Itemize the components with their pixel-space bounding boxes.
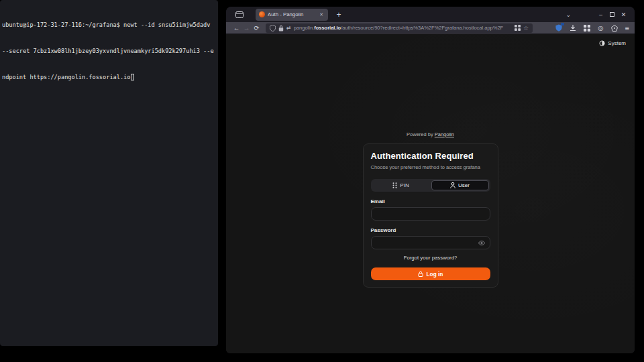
maximize-icon bbox=[610, 12, 614, 17]
forward-button[interactable]: → bbox=[241, 24, 252, 32]
login-button[interactable]: Log in bbox=[371, 267, 490, 280]
powered-by: Powered by Pangolin bbox=[407, 131, 454, 137]
tab-title: Auth - Pangolin bbox=[268, 11, 315, 17]
tab-user-label: User bbox=[458, 182, 470, 188]
downloads-icon[interactable] bbox=[570, 25, 576, 32]
auth-card: Authentication Required Choose your pref… bbox=[363, 143, 498, 288]
tab-list-chevron-icon[interactable]: ⌄ bbox=[566, 11, 571, 18]
lock-icon[interactable] bbox=[278, 25, 284, 32]
window-maximize-button[interactable] bbox=[606, 11, 618, 18]
auth-method-tabs: PIN User bbox=[371, 179, 490, 192]
theme-icon bbox=[599, 40, 605, 46]
permissions-icon[interactable]: ⇄ bbox=[286, 25, 291, 31]
toolbar-extensions-area: ◎ ≡ bbox=[555, 24, 629, 32]
url-domain: fossorial.io bbox=[314, 25, 341, 31]
email-field-wrap bbox=[371, 207, 490, 221]
show-password-eye-icon[interactable] bbox=[478, 241, 485, 245]
record-circle-extension-icon[interactable]: ◎ bbox=[598, 24, 603, 32]
email-label: Email bbox=[371, 198, 490, 204]
new-tab-button[interactable]: + bbox=[333, 10, 344, 19]
bookmark-star-icon[interactable]: ☆ bbox=[523, 25, 529, 32]
browser-window: Auth - Pangolin ✕ + ⌄ – ✕ ← → ⟳ ⇄ pangol… bbox=[226, 7, 635, 353]
url-subdomain: pangolin. bbox=[294, 25, 314, 31]
theme-label: System bbox=[608, 40, 626, 46]
auth-column: Powered by Pangolin Authentication Requi… bbox=[226, 131, 635, 288]
tab-close-icon[interactable]: ✕ bbox=[318, 11, 325, 18]
tab-pin[interactable]: PIN bbox=[372, 180, 430, 190]
back-button[interactable]: ← bbox=[231, 24, 241, 32]
theme-toggle[interactable]: System bbox=[599, 40, 626, 46]
tab-pin-label: PIN bbox=[400, 182, 409, 188]
firefox-view-icon[interactable] bbox=[233, 9, 246, 20]
window-close-button[interactable]: ✕ bbox=[618, 11, 629, 18]
tab-user[interactable]: User bbox=[431, 180, 489, 190]
ublock-origin-icon[interactable] bbox=[555, 24, 562, 32]
card-title: Authentication Required bbox=[371, 151, 490, 161]
user-icon bbox=[450, 182, 455, 188]
addon-extension-icon[interactable] bbox=[611, 25, 618, 32]
card-subtitle: Choose your preferred method to access g… bbox=[371, 164, 490, 170]
terminal-cursor bbox=[131, 74, 134, 80]
url-text[interactable]: pangolin.fossorial.io/auth/resource/90?r… bbox=[294, 25, 512, 31]
page-content: System Powered by Pangolin Authenticatio… bbox=[226, 34, 635, 353]
desktop: ubuntu@ip-172-31-27-116:~/grafana$ newt … bbox=[0, 0, 644, 362]
password-field-wrap bbox=[371, 236, 490, 249]
terminal-line: ndpoint https://pangolin.fossorial.io bbox=[2, 73, 216, 82]
login-button-label: Log in bbox=[427, 271, 443, 278]
terminal-line: ubuntu@ip-172-31-27-116:~/grafana$ newt … bbox=[2, 21, 216, 29]
refresh-button[interactable]: ⟳ bbox=[252, 24, 262, 32]
extensions-icon[interactable] bbox=[584, 25, 590, 32]
terminal-line: --secret 7cbz1xw08lh1jbzey03yxvndljvneam… bbox=[2, 47, 216, 56]
password-input[interactable] bbox=[376, 240, 478, 246]
url-bar[interactable]: ⇄ pangolin.fossorial.io/auth/resource/90… bbox=[266, 23, 533, 33]
pangolin-favicon bbox=[259, 11, 265, 17]
tab-bar: Auth - Pangolin ✕ + ⌄ – ✕ bbox=[226, 7, 635, 22]
url-path: /auth/resource/90?redirect=https%3A%2F%2… bbox=[341, 25, 503, 31]
browser-tab[interactable]: Auth - Pangolin ✕ bbox=[256, 9, 328, 21]
tracking-protection-shield-icon[interactable] bbox=[270, 25, 276, 32]
email-input[interactable] bbox=[376, 211, 485, 217]
powered-by-text: Powered by bbox=[407, 131, 433, 137]
hamburger-menu-icon[interactable]: ≡ bbox=[625, 24, 629, 32]
forgot-password-link[interactable]: Forgot your password? bbox=[371, 255, 490, 261]
terminal-line-text: ndpoint https://pangolin.fossorial.io bbox=[2, 74, 130, 80]
grid-icon[interactable] bbox=[515, 25, 521, 31]
pin-keypad-icon bbox=[392, 182, 397, 188]
window-minimize-button[interactable]: – bbox=[595, 11, 606, 18]
ublock-badge bbox=[561, 23, 564, 25]
password-label: Password bbox=[371, 227, 490, 233]
pangolin-link[interactable]: Pangolin bbox=[435, 131, 454, 137]
login-lock-icon bbox=[418, 271, 423, 277]
terminal-window[interactable]: ubuntu@ip-172-31-27-116:~/grafana$ newt … bbox=[0, 0, 218, 346]
navigation-toolbar: ← → ⟳ ⇄ pangolin.fossorial.io/auth/resou… bbox=[226, 22, 635, 34]
